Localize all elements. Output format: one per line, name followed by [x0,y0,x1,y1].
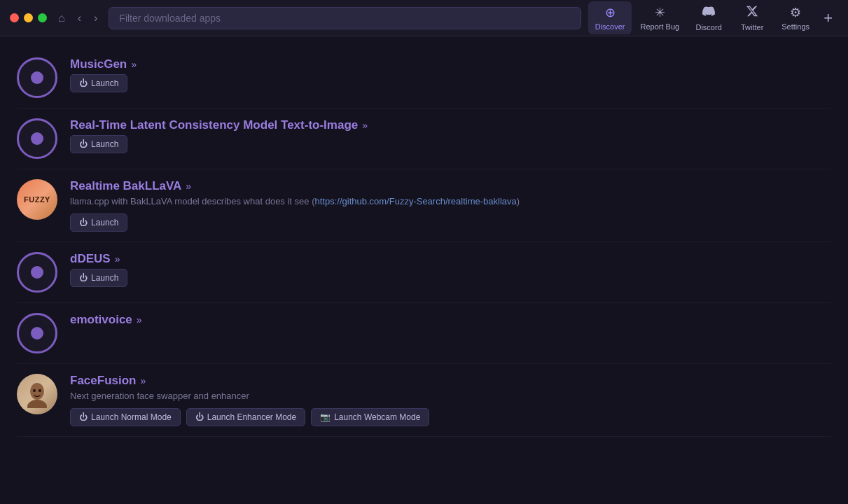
close-button[interactable] [10,13,19,22]
app-name-musicgen[interactable]: MusicGen [70,57,127,71]
toolbar-report-bug-button[interactable]: ✳ Report Bug [633,1,686,34]
launch-facefusion-normal-button[interactable]: ⏻ Launch Normal Mode [70,408,181,426]
power-icon-normal: ⏻ [79,412,88,422]
app-arrow-musicgen: » [131,59,137,70]
launch-facefusion-enhancer-button[interactable]: ⏻ Launch Enhancer Mode [186,408,305,426]
app-icon-facefusion [17,374,57,414]
app-name-lcm[interactable]: Real-Time Latent Consistency Model Text-… [70,118,358,132]
app-title-row-musicgen: MusicGen » [70,57,831,71]
launch-ddeus-button[interactable]: ⏻ Launch [70,269,127,287]
svg-point-0 [30,383,44,400]
launch-ddeus-label: Launch [91,273,118,283]
app-buttons-bakllava: ⏻ Launch [70,214,831,232]
app-title-row-emotivoice: emotivoice » [70,313,831,327]
app-info-ddeus: dDEUS » ⏻ Launch [70,252,831,287]
minimize-button[interactable] [24,13,33,22]
app-buttons-musicgen: ⏻ Launch [70,74,831,92]
launch-musicgen-button[interactable]: ⏻ Launch [70,74,127,92]
toolbar-settings-label: Settings [781,22,809,31]
app-item-bakllava: FUZZY Realtime BakLLaVA » llama.cpp with… [17,169,831,242]
power-icon: ⏻ [79,273,88,283]
app-icon-musicgen [17,57,57,98]
app-icon-emotivoice [17,313,57,354]
app-info-facefusion: FaceFusion » Next generation face swappe… [70,374,831,426]
app-item-musicgen: MusicGen » ⏻ Launch [17,48,831,108]
launch-facefusion-normal-label: Launch Normal Mode [91,412,172,422]
app-info-musicgen: MusicGen » ⏻ Launch [70,57,831,92]
toolbar: ⊕ Discover ✳ Report Bug Discord Twitter [588,1,838,35]
app-item-facefusion: FaceFusion » Next generation face swappe… [17,364,831,437]
app-icon-lcm [17,118,57,159]
app-title-row-facefusion: FaceFusion » [70,374,831,388]
toolbar-twitter-label: Twitter [741,23,763,31]
maximize-button[interactable] [38,13,47,22]
search-input[interactable] [109,7,581,29]
launch-bakllava-button[interactable]: ⏻ Launch [70,214,127,232]
launch-musicgen-label: Launch [91,78,118,88]
add-button[interactable]: + [818,6,838,31]
app-title-row-lcm: Real-Time Latent Consistency Model Text-… [70,118,831,132]
toolbar-settings-button[interactable]: ⚙ Settings [774,1,816,34]
app-arrow-lcm: » [362,120,368,131]
app-desc-bakllava: llama.cpp with BakLLaVA model describes … [70,196,831,206]
app-item-emotivoice: emotivoice » [17,303,831,364]
report-bug-icon: ✳ [655,5,665,20]
app-icon-bakllava: FUZZY [17,179,57,220]
app-item-lcm: Real-Time Latent Consistency Model Text-… [17,108,831,169]
launch-bakllava-label: Launch [91,218,118,227]
launch-lcm-label: Launch [91,139,118,149]
toolbar-report-bug-label: Report Bug [640,22,679,31]
home-button[interactable]: ⌂ [54,9,69,27]
app-info-emotivoice: emotivoice » [70,313,831,330]
forward-button[interactable]: › [90,9,102,27]
app-icon-ddeus [17,252,57,293]
power-icon: ⏻ [79,218,88,227]
app-buttons-facefusion: ⏻ Launch Normal Mode ⏻ Launch Enhancer M… [70,408,831,426]
svg-point-3 [39,389,41,392]
toolbar-discover-button[interactable]: ⊕ Discover [588,1,632,34]
power-icon: ⏻ [79,139,88,149]
app-name-emotivoice[interactable]: emotivoice [70,313,132,327]
traffic-lights [10,13,47,22]
discord-icon [702,5,715,21]
toolbar-twitter-button[interactable]: Twitter [731,1,773,35]
app-name-bakllava[interactable]: Realtime BakLLaVA [70,179,181,193]
launch-lcm-button[interactable]: ⏻ Launch [70,135,127,153]
app-arrow-emotivoice: » [137,314,142,326]
app-info-bakllava: Realtime BakLLaVA » llama.cpp with BakLL… [70,179,831,232]
launch-facefusion-webcam-label: Launch Webcam Mode [334,412,420,422]
app-name-ddeus[interactable]: dDEUS [70,252,111,266]
toolbar-discord-label: Discord [695,23,721,31]
app-buttons-lcm: ⏻ Launch [70,135,831,153]
power-icon: ⏻ [79,78,88,88]
app-arrow-facefusion: » [140,375,146,386]
camera-icon: 📷 [320,412,331,422]
app-item-ddeus: dDEUS » ⏻ Launch [17,242,831,303]
app-desc-facefusion: Next generation face swapper and enhance… [70,391,831,401]
title-bar: ⌂ ‹ › ⊕ Discover ✳ Report Bug Discord [0,0,848,36]
discover-icon: ⊕ [605,5,616,20]
toolbar-discover-label: Discover [595,22,625,31]
app-title-row-bakllava: Realtime BakLLaVA » [70,179,831,193]
app-arrow-ddeus: » [115,253,120,265]
power-icon-enhancer: ⏻ [195,412,204,422]
app-info-lcm: Real-Time Latent Consistency Model Text-… [70,118,831,153]
launch-facefusion-webcam-button[interactable]: 📷 Launch Webcam Mode [311,408,429,426]
launch-facefusion-enhancer-label: Launch Enhancer Mode [207,412,296,422]
toolbar-discord-button[interactable]: Discord [688,1,730,35]
app-arrow-bakllava: » [186,181,191,192]
app-list: MusicGen » ⏻ Launch Real-Time Latent Con… [0,36,848,504]
app-name-facefusion[interactable]: FaceFusion [70,374,136,388]
svg-point-1 [27,400,47,408]
nav-buttons: ⌂ ‹ › [54,9,102,27]
app-title-row-ddeus: dDEUS » [70,252,831,266]
settings-icon: ⚙ [790,5,801,20]
twitter-icon [746,5,758,21]
app-buttons-ddeus: ⏻ Launch [70,269,831,287]
svg-point-2 [33,389,36,392]
back-button[interactable]: ‹ [74,9,85,27]
